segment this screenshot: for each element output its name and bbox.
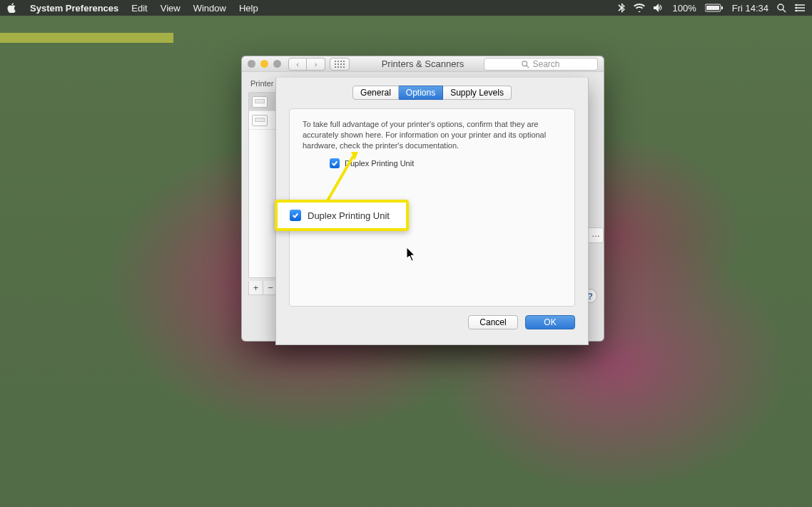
tab-supply-levels[interactable]: Supply Levels — [443, 86, 512, 100]
printer-icon — [252, 115, 268, 126]
zoom-button[interactable] — [273, 60, 281, 68]
options-hint-text: To take full advantage of your printer's… — [303, 119, 562, 151]
help-menu[interactable]: Help — [239, 3, 258, 14]
close-button[interactable] — [248, 60, 255, 68]
back-button[interactable]: ‹ — [288, 58, 307, 71]
printer-icon — [252, 96, 268, 108]
ok-button[interactable]: OK — [525, 315, 575, 329]
printer-item[interactable] — [249, 111, 279, 130]
cancel-button[interactable]: Cancel — [468, 315, 518, 329]
desktop: System Preferences Edit View Window Help… — [0, 0, 812, 507]
battery-percent[interactable]: 100% — [672, 3, 696, 14]
annotation-checkbox-icon — [290, 210, 301, 221]
svg-line-4 — [783, 9, 786, 12]
tab-options[interactable]: Options — [399, 86, 443, 100]
svg-point-3 — [778, 4, 783, 10]
svg-point-8 — [796, 4, 798, 6]
notification-center-icon[interactable] — [795, 4, 805, 12]
clock[interactable]: Fri 14:34 — [732, 3, 768, 14]
window-titlebar: ‹ › Printers & Scanners Search — [242, 56, 604, 72]
minimize-button[interactable] — [260, 60, 268, 68]
tab-bar: General Options Supply Levels — [276, 86, 588, 100]
svg-line-12 — [527, 65, 529, 67]
svg-point-10 — [796, 10, 798, 12]
add-printer-button[interactable]: + — [249, 281, 263, 295]
wifi-icon[interactable] — [634, 4, 645, 12]
sidebar-header: Printer — [250, 79, 273, 88]
menu-bar: System Preferences Edit View Window Help… — [0, 0, 812, 16]
bluetooth-icon[interactable] — [618, 3, 625, 13]
search-placeholder: Search — [532, 59, 559, 69]
apple-menu-icon[interactable] — [7, 3, 17, 13]
app-menu[interactable]: System Preferences — [30, 3, 118, 14]
battery-icon[interactable] — [705, 4, 724, 12]
forward-button[interactable]: › — [307, 58, 325, 71]
edit-menu[interactable]: Edit — [131, 3, 147, 14]
window-menu[interactable]: Window — [193, 3, 226, 14]
annotation-redaction-bar — [0, 33, 173, 43]
mouse-cursor-icon — [407, 247, 417, 262]
svg-point-9 — [796, 7, 798, 9]
svg-rect-1 — [706, 6, 719, 10]
annotation-label: Duplex Printing Unit — [308, 210, 390, 221]
view-menu[interactable]: View — [161, 3, 181, 14]
svg-point-11 — [522, 61, 527, 66]
svg-rect-2 — [721, 6, 723, 9]
search-input[interactable]: Search — [484, 58, 598, 71]
svg-line-13 — [327, 156, 353, 202]
volume-icon[interactable] — [654, 4, 664, 12]
tab-general[interactable]: General — [352, 86, 399, 100]
printers-scanners-window: ‹ › Printers & Scanners Search Printer +… — [241, 56, 604, 342]
show-all-button[interactable] — [330, 58, 350, 71]
annotation-callout: Duplex Printing Unit — [275, 200, 409, 231]
printer-item[interactable] — [249, 93, 279, 111]
spotlight-icon[interactable] — [777, 4, 786, 13]
